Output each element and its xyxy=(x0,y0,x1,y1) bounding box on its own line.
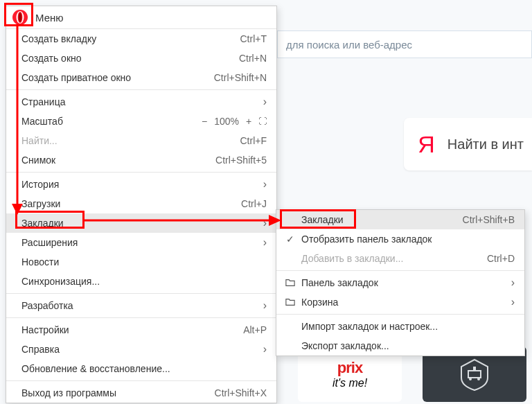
menu-page[interactable]: Страница › xyxy=(6,92,276,112)
folder-icon xyxy=(283,297,297,307)
svg-point-7 xyxy=(19,12,22,22)
opera-logo-icon xyxy=(12,9,28,26)
submenu-export-bookmarks[interactable]: Экспорт закладок... xyxy=(276,336,524,355)
menu-separator xyxy=(6,293,276,294)
menu-settings[interactable]: Настройки Alt+P xyxy=(6,320,276,340)
yandex-text: Найти в инт xyxy=(447,137,524,152)
submenu-trash[interactable]: Корзина › xyxy=(276,292,524,312)
menu-new-private-window[interactable]: Создать приватное окно Ctrl+Shift+N xyxy=(6,68,276,87)
check-icon: ✓ xyxy=(283,234,297,245)
menu-title: Меню xyxy=(35,12,64,24)
submenu-add-bookmark[interactable]: Добавить в закладки... Ctrl+D xyxy=(276,249,524,268)
svg-point-2 xyxy=(477,378,480,380)
address-bar[interactable]: для поиска или веб-адрес xyxy=(277,30,532,58)
zoom-out-button[interactable]: − xyxy=(199,116,210,127)
bookmarks-submenu: Закладки Ctrl+Shift+B ✓ Отобразить панел… xyxy=(276,209,525,356)
chevron-right-icon: › xyxy=(263,179,267,190)
chevron-right-icon: › xyxy=(263,218,267,229)
opera-main-menu: Меню Создать вкладку Ctrl+T Создать окно… xyxy=(6,6,277,403)
menu-developer[interactable]: Разработка › xyxy=(6,296,276,315)
menu-sync[interactable]: Синхронизация... xyxy=(6,272,276,291)
menu-exit[interactable]: Выход из программы Ctrl+Shift+X xyxy=(6,383,276,403)
thumb-prix-line2: it's me! xyxy=(332,377,367,389)
submenu-separator xyxy=(276,270,524,271)
chevron-right-icon: › xyxy=(511,276,515,289)
menu-extensions[interactable]: Расширения › xyxy=(6,233,276,252)
menu-new-tab[interactable]: Создать вкладку Ctrl+T xyxy=(6,29,276,49)
chevron-right-icon: › xyxy=(511,296,515,308)
chevron-right-icon: › xyxy=(263,344,267,355)
menu-separator xyxy=(6,317,276,318)
zoom-in-button[interactable]: + xyxy=(243,116,254,127)
menu-help[interactable]: Справка › xyxy=(6,340,276,359)
chevron-right-icon: › xyxy=(263,300,267,311)
menu-new-window[interactable]: Создать окно Ctrl+N xyxy=(6,49,276,68)
submenu-import-bookmarks[interactable]: Импорт закладок и настроек... xyxy=(276,317,524,336)
svg-rect-3 xyxy=(473,367,476,371)
yandex-logo-letter: Я xyxy=(418,131,435,158)
chevron-right-icon: › xyxy=(263,96,267,107)
wot-logo-icon xyxy=(457,357,492,392)
submenu-bookmarks[interactable]: Закладки Ctrl+Shift+B xyxy=(276,210,524,229)
folder-icon xyxy=(283,278,297,288)
submenu-show-bookmarks-bar[interactable]: ✓ Отобразить панель закладок xyxy=(276,229,524,249)
menu-news[interactable]: Новости xyxy=(6,252,276,272)
menu-separator xyxy=(6,172,276,173)
menu-separator xyxy=(6,89,276,90)
thumb-prix-line1: prix xyxy=(337,359,362,377)
menu-downloads[interactable]: Загрузки Ctrl+J xyxy=(6,194,276,213)
svg-point-1 xyxy=(469,378,472,380)
submenu-separator xyxy=(276,314,524,315)
submenu-bookmarks-bar-folder[interactable]: Панель закладок › xyxy=(276,273,524,292)
menu-bookmarks[interactable]: Закладки › xyxy=(6,213,276,233)
menu-header: Меню xyxy=(6,6,276,29)
menu-update-recovery[interactable]: Обновление & восстановление... xyxy=(6,359,276,378)
menu-find[interactable]: Найти... Ctrl+F xyxy=(6,131,276,150)
menu-snapshot[interactable]: Снимок Ctrl+Shift+5 xyxy=(6,150,276,170)
fullscreen-icon[interactable]: ⛶ xyxy=(258,116,267,126)
yandex-search-widget[interactable]: Я Найти в инт xyxy=(404,118,532,170)
svg-rect-0 xyxy=(468,371,481,378)
address-bar-placeholder: для поиска или веб-адрес xyxy=(286,39,412,51)
menu-separator xyxy=(6,380,276,381)
menu-history[interactable]: История › xyxy=(6,175,276,194)
zoom-value: 100% xyxy=(214,116,239,127)
menu-zoom[interactable]: Масштаб − 100% + ⛶ xyxy=(6,112,276,131)
chevron-right-icon: › xyxy=(263,237,267,248)
